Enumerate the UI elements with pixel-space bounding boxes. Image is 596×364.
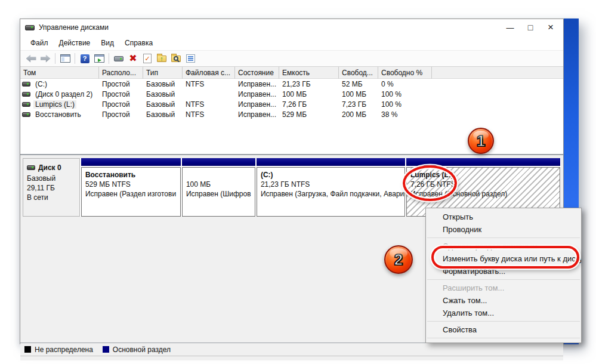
- legend-swatch-unallocated: [24, 346, 31, 353]
- annotation-step-1-badge: 1: [468, 128, 494, 154]
- properties-list-icon[interactable]: [183, 52, 197, 65]
- menu-item-format[interactable]: Форматировать...: [426, 265, 581, 277]
- volume-icon: [22, 112, 30, 117]
- menu-separator: [427, 321, 580, 322]
- partition-color-bar: [182, 158, 255, 166]
- maximize-button[interactable]: □: [520, 20, 541, 35]
- open-folder-icon[interactable]: ↑: [155, 52, 169, 65]
- menu-separator: [427, 237, 580, 238]
- menubar: Файл Действие Вид Справка: [20, 36, 563, 50]
- menu-item-change-drive-letter[interactable]: Изменить букву диска или путь к диску...: [426, 252, 581, 265]
- volume-row-lumpics[interactable]: Lumpics (L:) Простой Базовый NTFS Исправ…: [20, 99, 563, 109]
- column-header[interactable]: Том: [20, 67, 99, 79]
- menu-item-properties[interactable]: Свойства: [426, 323, 581, 336]
- toolbar: ? ✖ ✓ ↑: [20, 50, 563, 67]
- column-header[interactable]: Тип: [143, 67, 183, 79]
- menu-item-shrink-volume[interactable]: Сжать том...: [426, 294, 581, 307]
- disk-status: В сети: [27, 193, 79, 202]
- legend-bar: Не распределена Основной раздел: [20, 343, 563, 356]
- screenshot-root: Управление дисками — □ × Файл Действие В…: [0, 0, 596, 364]
- action-pane-icon[interactable]: [92, 52, 106, 65]
- legend-primary-partition: Основной раздел: [103, 346, 171, 354]
- partition-system[interactable]: 100 МБ Исправен (Шифров: [182, 158, 255, 217]
- column-header[interactable]: Емкость: [279, 67, 339, 79]
- popup-window-icon[interactable]: [112, 52, 126, 65]
- toolbar-separator: [109, 53, 109, 64]
- app-icon: [25, 25, 35, 30]
- menu-separator: [427, 338, 580, 338]
- disk-name: Диск 0: [38, 163, 61, 172]
- toolbar-separator: [55, 53, 55, 64]
- menu-separator: [427, 279, 580, 280]
- menu-item-extend-volume: Расширить том...: [426, 282, 581, 294]
- explore-folder-icon[interactable]: [169, 52, 183, 65]
- close-button[interactable]: ×: [541, 20, 561, 35]
- legend-unallocated: Не распределена: [24, 346, 93, 354]
- menu-item-delete-volume[interactable]: Удалить том...: [426, 307, 581, 319]
- column-header[interactable]: Состояние: [235, 67, 279, 79]
- annotation-step-2-badge: 2: [384, 245, 413, 274]
- back-icon[interactable]: [24, 52, 38, 65]
- partition-color-bar: [81, 158, 181, 166]
- partition-c[interactable]: (C:) 21,23 ГБ NTFS Исправен (Загрузка, Ф…: [257, 158, 405, 217]
- toolbar-separator: [75, 53, 75, 64]
- menu-help[interactable]: Справка: [119, 37, 158, 49]
- context-menu: Открыть Проводник Сделать раздел активны…: [425, 208, 582, 343]
- column-header[interactable]: Свобод...: [339, 67, 378, 79]
- menu-item-explorer[interactable]: Проводник: [426, 223, 581, 236]
- window-controls: — □ ×: [500, 20, 561, 35]
- menu-item-mark-active: Сделать раздел активным: [426, 240, 581, 252]
- status-bar: [20, 356, 563, 360]
- volume-icon: [22, 102, 30, 107]
- menu-view[interactable]: Вид: [95, 37, 119, 49]
- menu-item-open[interactable]: Открыть: [426, 211, 581, 223]
- partition-recovery[interactable]: Восстановить 529 МБ NTFS Исправен (Разде…: [81, 158, 181, 217]
- window-title: Управление дисками: [39, 23, 109, 32]
- volume-row-disk0-part2[interactable]: (Диск 0 раздел 2) Простой Базовый Исправ…: [20, 89, 563, 99]
- legend-swatch-primary: [103, 346, 109, 353]
- volume-icon: [22, 82, 30, 87]
- menu-action[interactable]: Действие: [54, 37, 96, 49]
- disk0-panel[interactable]: Диск 0 Базовый 29,11 ГБ В сети: [23, 158, 80, 217]
- titlebar[interactable]: Управление дисками — □ ×: [20, 19, 563, 36]
- forward-icon[interactable]: [38, 52, 53, 65]
- volume-row-recovery[interactable]: Восстановить Простой Базовый NTFS Исправ…: [20, 109, 563, 119]
- volume-icon: [22, 92, 30, 97]
- delete-volume-icon[interactable]: ✖: [126, 52, 140, 65]
- help-icon[interactable]: ?: [78, 52, 92, 65]
- menu-file[interactable]: Файл: [25, 37, 54, 49]
- disk-type: Базовый: [27, 174, 79, 183]
- disk-size: 29,11 ГБ: [27, 183, 79, 193]
- column-header[interactable]: Файловая с...: [183, 67, 235, 79]
- partition-color-bar: [257, 158, 405, 166]
- check-document-icon[interactable]: ✓: [140, 52, 155, 65]
- volume-row-c[interactable]: (C:) Простой Базовый NTFS Исправен... 21…: [20, 79, 563, 89]
- console-tree-icon[interactable]: [58, 52, 72, 65]
- minimize-button[interactable]: —: [500, 20, 520, 35]
- disk-icon: [25, 25, 35, 30]
- column-header[interactable]: Свободно %: [378, 67, 432, 79]
- partition-color-bar: [406, 158, 560, 166]
- column-header[interactable]: Располо...: [99, 67, 143, 79]
- volume-table-header: Том Располо... Тип Файловая с... Состоян…: [20, 67, 563, 79]
- disk-icon: [27, 165, 35, 170]
